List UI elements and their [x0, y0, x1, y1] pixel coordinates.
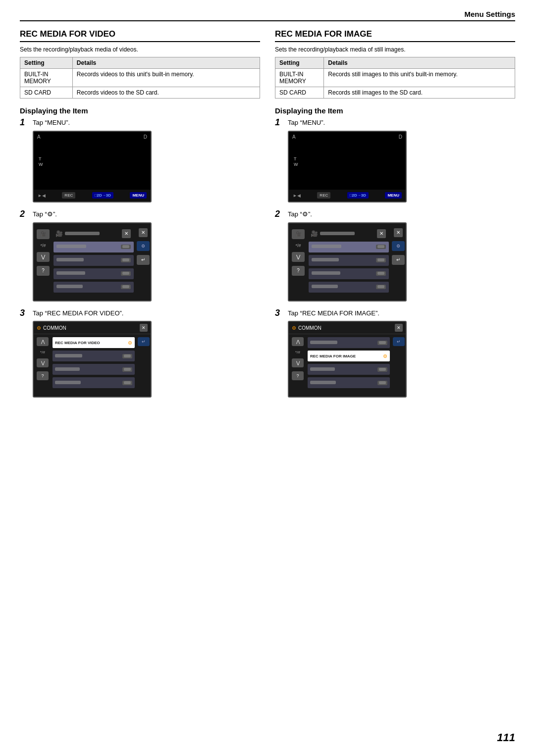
r-menu-row-2-badge — [376, 258, 386, 262]
ms3-row-2-badge — [122, 354, 132, 358]
left-section-heading: REC MEDIA FOR VIDEO — [20, 29, 260, 42]
header-title: Menu Settings — [464, 10, 515, 18]
menu-row-2[interactable] — [54, 255, 134, 266]
menu-back-btn[interactable]: ↵ — [137, 255, 150, 265]
ms3-down-btn-r[interactable]: ⋁ — [292, 358, 304, 367]
left-menu-screen2: 🎥 */# ⋁ ? 🎥 ✕ — [33, 222, 152, 302]
cam-play-icon: ►◀ — [38, 193, 46, 198]
right-sub-heading: Displaying the Item — [275, 106, 515, 115]
r-menu-row-3-text — [312, 271, 374, 276]
ms3-row-4[interactable] — [53, 377, 135, 388]
left-sub-heading: Displaying the Item — [20, 106, 260, 115]
ms3-row-3-r-badge — [377, 367, 387, 372]
ms3-active-row[interactable]: REC MEDIA FOR VIDEO ⚙ — [53, 337, 135, 348]
menu-close-btn[interactable]: ✕ — [122, 229, 131, 238]
ms3-right-back-btn[interactable]: ↵ — [138, 337, 150, 346]
r-menu-back-btn[interactable]: ↵ — [392, 255, 405, 265]
cam-a-label: A — [37, 134, 41, 140]
table-cell-details: Records videos to this unit's built-in m… — [72, 69, 260, 87]
cam-bottom-bar: ►◀ REC □2D→3D MENU — [34, 190, 151, 202]
r-menu-close-btn[interactable]: ✕ — [377, 229, 386, 238]
left-step1: 1 Tap “MENU”. — [20, 118, 260, 128]
left-menu-nav: 🎥 */# ⋁ ? — [34, 226, 53, 298]
ms3-right-back-btn-r[interactable]: ↵ — [393, 337, 405, 346]
ms3-body-right: ⋀ */# ⋁ ? REC MEDIA FOR IMAGE ⚙ — [289, 334, 406, 397]
ms3-row-1-r[interactable] — [308, 337, 390, 348]
table-cell-details: Records still images to the SD card. — [324, 87, 515, 99]
menu-row-3[interactable] — [54, 268, 134, 279]
left-step2-text: Tap “⚙”. — [33, 209, 57, 218]
menu-right-close[interactable]: ✕ — [139, 228, 148, 237]
table-cell-setting: BUILT-IN MEMORY — [275, 69, 324, 87]
right-table-col1: Setting — [275, 57, 324, 69]
r-menu-camera-icon: 🎥 — [292, 229, 305, 239]
ms3-row-3-r[interactable] — [308, 364, 390, 375]
right-menu-screen3: ⚙ COMMON ✕ ⋀ */# ⋁ ? — [288, 321, 407, 398]
r-menu-header: 🎥 ✕ — [309, 228, 389, 239]
right-info-table: Setting Details BUILT-IN MEMORY Records … — [275, 57, 515, 99]
r-menu-row-4-badge — [376, 285, 386, 289]
ms3-row-4-r-badge — [377, 381, 387, 385]
menu-row-3-text — [56, 271, 119, 276]
ms3-row-2[interactable] — [53, 351, 135, 361]
cam-a-label-r: A — [292, 134, 296, 140]
ms3-row-3-badge — [122, 367, 132, 372]
ms3-row-4-r-text — [310, 381, 376, 385]
ms3-row-4-text — [55, 381, 121, 385]
left-col: REC MEDIA FOR VIDEO Sets the recording/p… — [20, 29, 260, 404]
ms3-center-left: REC MEDIA FOR VIDEO ⚙ — [52, 334, 137, 397]
menu-slash-icon: */# — [40, 243, 46, 248]
left-step3-num: 3 — [20, 308, 29, 318]
menu-row-1[interactable] — [54, 242, 134, 252]
r-menu-row-4[interactable] — [309, 282, 389, 293]
left-menu-right2: ✕ ⚙ ↵ — [136, 226, 151, 298]
left-cam-screen1: A D TW ►◀ REC □2D→3D MENU — [33, 131, 152, 202]
menu-row-4[interactable] — [54, 282, 134, 293]
ms3-close-btn-r[interactable]: ✕ — [395, 324, 403, 332]
ms3-row-gear-r: ⚙ — [383, 353, 387, 359]
right-step2-text: Tap “⚙”. — [288, 209, 312, 218]
cam-play-icon-r: ►◀ — [293, 193, 301, 198]
table-cell-details: Records videos to the SD card. — [72, 87, 260, 99]
ms3-up-btn[interactable]: ⋀ — [37, 337, 49, 346]
ms3-q-btn[interactable]: ? — [37, 371, 49, 380]
ms3-common-label: COMMON — [43, 325, 140, 331]
menu-question-btn: ? — [37, 266, 50, 276]
left-info-table: Setting Details BUILT-IN MEMORY Records … — [20, 57, 260, 99]
ms3-q-btn-r[interactable]: ? — [292, 371, 304, 380]
ms3-header-right: ⚙ COMMON ✕ — [289, 322, 406, 334]
right-step1: 1 Tap “MENU”. — [275, 118, 515, 128]
ms3-close-btn[interactable]: ✕ — [140, 324, 148, 332]
r-menu-gear-btn[interactable]: ⚙ — [392, 241, 405, 251]
r-menu-header-icon: 🎥 — [311, 230, 318, 237]
r-menu-row-1-badge — [376, 245, 386, 249]
ms3-gear-icon-r: ⚙ — [292, 325, 296, 331]
r-menu-row-2[interactable] — [309, 255, 389, 266]
ms3-up-btn-r[interactable]: ⋀ — [292, 337, 304, 346]
cam-tw-label-r: TW — [294, 156, 298, 168]
menu-gear-btn[interactable]: ⚙ — [137, 241, 150, 251]
ms3-row-3[interactable] — [53, 364, 135, 375]
ms3-body-left: ⋀ */# ⋁ ? REC MEDIA FOR VIDEO ⚙ — [34, 334, 151, 397]
ms3-row-4-r[interactable] — [308, 377, 390, 388]
cam-menu-btn-r: MENU — [385, 192, 402, 199]
ms3-row-3-text — [55, 367, 121, 372]
ms3-down-btn[interactable]: ⋁ — [37, 358, 49, 367]
ms3-header-left: ⚙ COMMON ✕ — [34, 322, 151, 334]
cam-tw-label: TW — [39, 156, 43, 168]
r-menu-right-close[interactable]: ✕ — [394, 228, 403, 237]
menu-row-1-badge — [121, 245, 131, 249]
left-menu-screen3: ⚙ COMMON ✕ ⋀ */# ⋁ ? REC MEDIA FOR VIDEO — [33, 321, 152, 398]
page-header: Menu Settings — [20, 10, 515, 21]
r-menu-row-1[interactable] — [309, 242, 389, 252]
r-menu-row-3[interactable] — [309, 268, 389, 279]
menu-row-4-text — [56, 285, 119, 289]
table-cell-details: Records still images to this unit's buil… — [324, 69, 515, 87]
ms3-active-row-r[interactable]: REC MEDIA FOR IMAGE ⚙ — [308, 351, 390, 361]
right-section-heading: REC MEDIA FOR IMAGE — [275, 29, 515, 42]
cam-d-label: D — [144, 134, 147, 140]
right-col: REC MEDIA FOR IMAGE Sets the recording/p… — [275, 29, 515, 404]
ms3-row-4-badge — [122, 381, 132, 385]
ms3-common-label-r: COMMON — [298, 325, 395, 331]
cam-menu-btn: MENU — [130, 192, 147, 199]
